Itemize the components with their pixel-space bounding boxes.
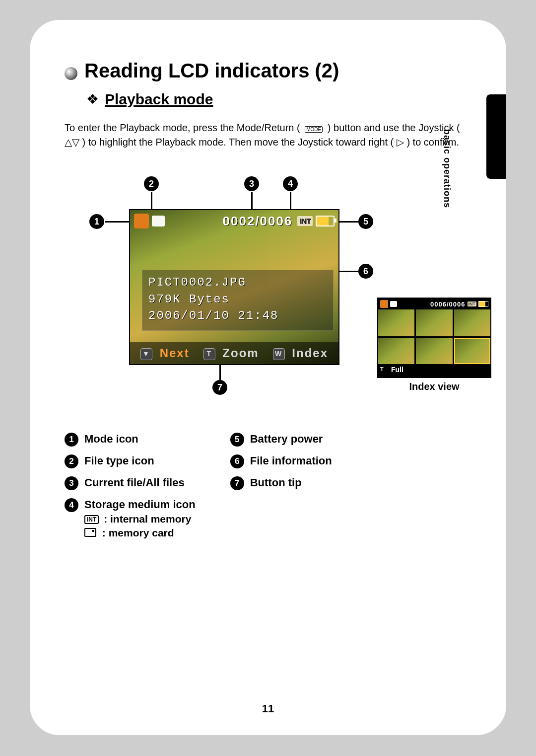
file-size: 979K Bytes	[148, 291, 327, 308]
legend-column-left: 1 Mode icon 2 File type icon 3 Current f…	[65, 433, 196, 539]
legend-number: 2	[65, 454, 78, 468]
lcd-figure: 1 2 3 4 5 6 7 0002/0006 INT PICT0002.JPG…	[65, 179, 471, 418]
thumbnail	[454, 309, 490, 336]
title-bullet-icon	[65, 67, 77, 80]
thumbnail-selected	[454, 338, 490, 365]
legend-label: Mode icon	[84, 433, 138, 446]
leader-line	[105, 221, 129, 223]
legend-label: Current file/All files	[84, 476, 185, 489]
storage-medium-icon: INT	[297, 216, 313, 226]
legend-label: Battery power	[250, 433, 323, 446]
joystick-updown-icon: △▽	[65, 137, 79, 148]
index-tip: W Index	[273, 346, 328, 360]
lcd-screen: 0002/0006 INT PICT0002.JPG 979K Bytes 20…	[129, 209, 339, 365]
battery-icon	[316, 216, 335, 227]
leader-line	[338, 271, 358, 272]
battery-icon	[478, 301, 488, 307]
joystick-right-icon: ▷	[397, 137, 404, 148]
file-timestamp: 2006/01/10 21:48	[148, 307, 327, 324]
zoom-tip-label: Zoom	[222, 346, 259, 360]
legend-label: File information	[250, 454, 332, 467]
file-counter: 0002/0006	[168, 214, 294, 229]
legend: 1 Mode icon 2 File type icon 3 Current f…	[65, 433, 471, 539]
callout-1: 1	[89, 214, 104, 229]
callout-3: 3	[244, 176, 259, 191]
thumbnail	[378, 309, 414, 336]
mode-return-icon-label: MODE	[305, 126, 323, 133]
legend-item: 6 File information	[230, 454, 332, 468]
legend-sublabel: : memory card	[102, 527, 174, 538]
diamond-bullet-icon: ❖	[86, 92, 99, 106]
next-tip: ▼ Next	[140, 346, 190, 360]
leader-line	[290, 192, 291, 210]
mode-icon	[380, 300, 388, 308]
legend-item: 2 File type icon	[65, 454, 196, 468]
file-type-icon	[390, 301, 397, 307]
index-status-bar: 0006/0006 INT	[378, 299, 490, 309]
file-type-icon	[152, 216, 165, 227]
legend-item: 3 Current file/All files	[65, 476, 196, 490]
index-thumbnails	[378, 309, 490, 364]
mode-icon	[134, 214, 149, 228]
legend-label: File type icon	[84, 454, 154, 467]
leader-line	[338, 221, 358, 223]
section-tab	[486, 94, 506, 179]
legend-column-right: 5 Battery power 6 File information 7 But…	[230, 433, 332, 539]
legend-item: 1 Mode icon	[65, 433, 196, 447]
index-view-lcd: 0006/0006 INT T Full	[377, 298, 491, 378]
intro-text: To enter the Playback mode, press the Mo…	[65, 122, 300, 133]
index-view-figure: 0006/0006 INT T Full Index view	[377, 298, 491, 392]
legend-number: 3	[65, 476, 78, 490]
tele-icon: T	[380, 366, 388, 374]
legend-number: 6	[230, 454, 244, 468]
legend-item: 7 Button tip	[230, 476, 332, 490]
legend-number: 5	[230, 433, 244, 447]
callout-7: 7	[212, 380, 227, 395]
full-tip-label: Full	[391, 366, 403, 374]
legend-number: 4	[65, 498, 78, 512]
lcd-status-bar: 0002/0006 INT	[130, 210, 338, 232]
thumbnail	[378, 338, 414, 365]
leader-line	[251, 192, 253, 210]
file-counter: 0006/0006	[399, 301, 466, 308]
mode-return-icon: MODE	[303, 121, 325, 135]
callout-2: 2	[144, 176, 159, 191]
index-button-tip: T Full	[378, 364, 490, 375]
legend-item: 4 Storage medium icon INT : internal mem…	[65, 498, 196, 539]
internal-memory-icon: INT	[84, 515, 99, 524]
file-name: PICT0002.JPG	[148, 274, 327, 291]
wide-icon: W	[273, 348, 285, 360]
next-tip-label: Next	[160, 346, 190, 360]
page-title: Reading LCD indicators (2)	[84, 60, 339, 82]
page-number: 11	[30, 702, 506, 715]
legend-number: 1	[65, 433, 78, 447]
down-icon: ▼	[140, 348, 152, 360]
legend-sublabel: : internal memory	[104, 513, 191, 525]
zoom-tip: T Zoom	[203, 346, 259, 360]
subtitle-row: ❖ Playback mode	[86, 91, 471, 108]
index-tip-label: Index	[292, 346, 328, 360]
legend-subitem: INT : internal memory	[84, 513, 196, 525]
legend-subitem: : memory card	[84, 527, 196, 539]
index-view-caption: Index view	[377, 381, 491, 392]
intro-text: ) to highlight the Playback mode. Then m…	[82, 137, 394, 148]
legend-number: 7	[230, 476, 244, 490]
legend-item: 5 Battery power	[230, 433, 332, 447]
intro-text: ) button and use the Joystick (	[328, 122, 460, 133]
leader-line	[151, 192, 152, 210]
manual-page: basic operations Reading LCD indicators …	[30, 20, 506, 735]
memory-card-icon	[84, 528, 96, 537]
tele-icon: T	[203, 348, 215, 360]
legend-label: Storage medium icon	[84, 498, 196, 511]
page-subtitle: Playback mode	[105, 91, 213, 108]
file-information-box: PICT0002.JPG 979K Bytes 2006/01/10 21:48	[142, 270, 334, 331]
leader-line	[219, 364, 221, 380]
intro-paragraph: To enter the Playback mode, press the Mo…	[65, 121, 471, 150]
callout-4: 4	[283, 176, 298, 191]
storage-medium-icon: INT	[468, 302, 477, 306]
callout-5: 5	[358, 214, 373, 229]
thumbnail	[416, 309, 452, 336]
thumbnail	[416, 338, 452, 365]
callout-6: 6	[358, 264, 373, 279]
legend-label: Button tip	[250, 476, 302, 489]
